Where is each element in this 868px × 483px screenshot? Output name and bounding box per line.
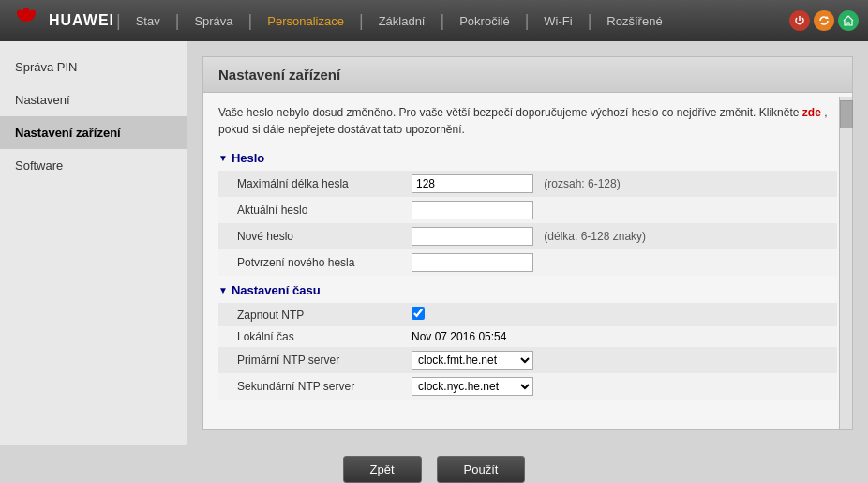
sidebar-item-software[interactable]: Software: [0, 149, 187, 182]
nav-divider-6: |: [588, 11, 592, 31]
panel-title: Nastavení zařízení: [203, 57, 852, 93]
hint-nove-heslo: (délka: 6-128 znaky): [544, 230, 646, 243]
row-lokalni-cas: Lokální čas Nov 07 2016 05:54: [218, 326, 837, 347]
cell-lokalni-cas: Nov 07 2016 05:54: [406, 326, 837, 347]
cell-zapnout-ntp: [406, 303, 837, 326]
reload-icon[interactable]: [814, 10, 834, 31]
apply-button[interactable]: Použít: [437, 456, 526, 483]
nav-divider-4: |: [441, 11, 445, 31]
content-panel: Nastavení zařízení Vaše heslo nebylo dos…: [202, 56, 853, 430]
input-nove-heslo[interactable]: [412, 227, 533, 246]
cell-aktualni-heslo: [406, 197, 837, 223]
section-cas-title: Nastavení času: [232, 283, 321, 297]
scrollbar-thumb[interactable]: [840, 100, 853, 128]
cas-table: Zapnout NTP Lokální čas Nov 07 2016 05:5…: [218, 303, 837, 400]
input-max-delka[interactable]: [412, 174, 533, 193]
triangle-icon-cas: ▼: [218, 285, 228, 295]
power-icon[interactable]: [789, 10, 810, 31]
label-zapnout-ntp: Zapnout NTP: [218, 303, 406, 326]
value-lokalni-cas: Nov 07 2016 05:54: [412, 330, 506, 343]
nav-divider-0: |: [116, 11, 121, 31]
select-primarni-ntp[interactable]: clock.fmt.he.net: [412, 351, 533, 370]
label-lokalni-cas: Lokální čas: [218, 326, 406, 347]
label-sekundarni-ntp: Sekundární NTP server: [218, 373, 406, 400]
row-primarni-ntp: Primární NTP server clock.fmt.he.net: [218, 347, 837, 373]
cell-sekundarni-ntp: clock.nyc.he.net: [406, 373, 837, 400]
panel-body: Vaše heslo nebylo dosud změněno. Pro vaš…: [203, 93, 852, 425]
row-max-delka: Maximální délka hesla (rozsah: 6-128): [218, 171, 837, 197]
input-aktualni-heslo[interactable]: [412, 201, 533, 219]
cell-nove-heslo: (délka: 6-128 znaky): [406, 223, 837, 249]
row-nove-heslo: Nové heslo (délka: 6-128 znaky): [218, 223, 837, 249]
nav-divider-3: |: [359, 11, 364, 31]
input-potvrzeni-hesla[interactable]: [412, 253, 533, 272]
section-heslo-header: ▼ Heslo: [218, 151, 837, 165]
label-max-delka: Maximální délka hesla: [218, 171, 406, 197]
hint-max-delka: (rozsah: 6-128): [544, 177, 620, 190]
heslo-table: Maximální délka hesla (rozsah: 6-128) Ak…: [218, 171, 837, 276]
cell-max-delka: (rozsah: 6-128): [406, 171, 837, 197]
row-sekundarni-ntp: Sekundární NTP server clock.nyc.he.net: [218, 373, 837, 400]
main-layout: Správa PIN Nastavení Nastavení zařízení …: [0, 41, 868, 445]
sidebar-item-nastaveni[interactable]: Nastavení: [0, 83, 187, 116]
nav-stav[interactable]: Stav: [123, 0, 173, 41]
select-sekundarni-ntp[interactable]: clock.nyc.he.net: [412, 377, 533, 396]
logo-area: HUAWEI: [9, 7, 114, 35]
nav-sprava[interactable]: Správa: [181, 0, 246, 41]
row-aktualni-heslo: Aktuální heslo: [218, 197, 837, 223]
back-button[interactable]: Zpět: [343, 456, 422, 483]
bottom-bar: Zpět Použít: [0, 445, 868, 483]
brand-name: HUAWEI: [49, 12, 114, 29]
nav-divider-5: |: [525, 11, 530, 31]
label-nove-heslo: Nové heslo: [218, 223, 406, 249]
nav-rozsirene[interactable]: Rozšířené: [593, 0, 675, 41]
warning-message: Vaše heslo nebylo dosud změněno. Pro vaš…: [218, 104, 837, 138]
content-area: Nastavení zařízení Vaše heslo nebylo dos…: [187, 41, 868, 445]
nav-wifi[interactable]: Wi-Fi: [531, 0, 585, 41]
nav-pokrocile[interactable]: Pokročilé: [446, 0, 522, 41]
header: HUAWEI | Stav | Správa | Personalizace |…: [0, 0, 868, 41]
label-primarni-ntp: Primární NTP server: [218, 347, 406, 373]
nav-personalizace[interactable]: Personalizace: [254, 0, 357, 41]
row-zapnout-ntp: Zapnout NTP: [218, 303, 837, 326]
cell-primarni-ntp: clock.fmt.he.net: [406, 347, 837, 373]
scrollbar-rail: [839, 97, 852, 429]
warning-link[interactable]: zde: [802, 106, 824, 119]
nav-zakladni[interactable]: Základní: [366, 0, 439, 41]
section-heslo-title: Heslo: [232, 151, 264, 165]
checkbox-zapnout-ntp[interactable]: [412, 307, 425, 320]
row-potvrzeni-hesla: Potvrzení nového hesla: [218, 249, 837, 276]
warning-link-text: zde: [802, 106, 821, 119]
header-icons: [789, 10, 859, 31]
home-icon[interactable]: [838, 10, 859, 31]
sidebar-item-nastaveni-zarizeni[interactable]: Nastavení zařízení: [0, 116, 187, 149]
label-aktualni-heslo: Aktuální heslo: [218, 197, 406, 223]
sidebar-item-sprava-pin[interactable]: Správa PIN: [0, 51, 187, 83]
triangle-icon: ▼: [218, 153, 228, 163]
sidebar: Správa PIN Nastavení Nastavení zařízení …: [0, 41, 187, 445]
warning-text: Vaše heslo nebylo dosud změněno. Pro vaš…: [218, 106, 799, 119]
label-potvrzeni-hesla: Potvrzení nového hesla: [218, 249, 406, 276]
cell-potvrzeni-hesla: [406, 249, 837, 276]
section-cas-header: ▼ Nastavení času: [218, 283, 837, 297]
huawei-logo-icon: [9, 7, 43, 35]
nav-divider-1: |: [175, 11, 180, 31]
nav-divider-2: |: [248, 11, 253, 31]
